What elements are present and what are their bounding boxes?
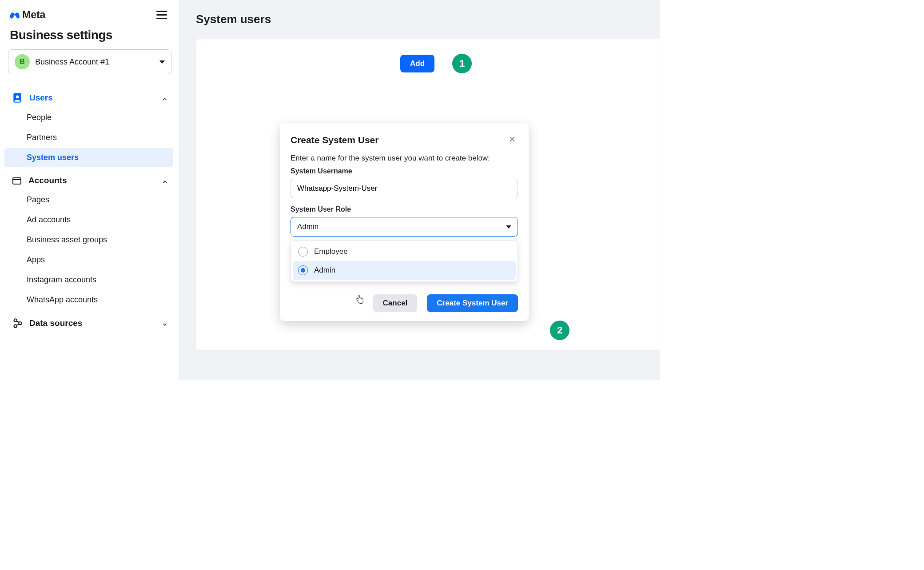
system-username-input[interactable] bbox=[291, 179, 518, 198]
role-dropdown: Employee Admin bbox=[291, 240, 518, 282]
brand-name: Meta bbox=[22, 9, 45, 21]
svg-rect-2 bbox=[13, 178, 21, 184]
nav-group-users-label: Users bbox=[29, 93, 53, 103]
role-selected-value: Admin bbox=[297, 222, 319, 231]
svg-point-3 bbox=[14, 319, 17, 322]
nav-group-data-sources-label: Data sources bbox=[29, 318, 82, 328]
caret-down-icon bbox=[506, 225, 511, 229]
chevron-up-icon bbox=[162, 95, 168, 101]
create-system-user-dialog: Create System User Enter a name for the … bbox=[280, 123, 529, 321]
account-avatar: B bbox=[15, 54, 30, 69]
meta-brand: Meta bbox=[10, 9, 45, 21]
nav-group-accounts-label: Accounts bbox=[28, 176, 67, 185]
dialog-title: Create System User bbox=[291, 135, 378, 145]
nav-group-accounts[interactable]: Accounts bbox=[6, 171, 173, 190]
radio-unchecked-icon bbox=[298, 247, 308, 257]
data-sources-icon bbox=[12, 317, 23, 329]
svg-point-1 bbox=[16, 96, 19, 99]
chevron-down-icon bbox=[162, 320, 168, 326]
page-title: System users bbox=[196, 12, 660, 26]
nav-item-people[interactable]: People bbox=[4, 108, 173, 127]
sidebar-title: Business settings bbox=[6, 25, 173, 49]
users-icon bbox=[12, 92, 23, 104]
dialog-intro: Enter a name for the system user you wan… bbox=[291, 154, 518, 163]
nav-item-pages[interactable]: Pages bbox=[4, 190, 173, 209]
nav-group-users[interactable]: Users bbox=[6, 88, 173, 108]
account-name: Business Account #1 bbox=[35, 57, 154, 67]
add-button[interactable]: Add bbox=[400, 55, 434, 72]
hamburger-menu-icon[interactable] bbox=[154, 8, 170, 22]
nav-item-partners[interactable]: Partners bbox=[4, 128, 173, 147]
step-badge-1: 1 bbox=[452, 54, 472, 73]
nav-item-instagram-accounts[interactable]: Instagram accounts bbox=[4, 270, 173, 289]
cancel-button[interactable]: Cancel bbox=[373, 294, 418, 312]
role-option-employee[interactable]: Employee bbox=[293, 242, 516, 261]
radio-checked-icon bbox=[298, 265, 308, 275]
role-option-label: Employee bbox=[314, 247, 348, 256]
meta-logo-icon bbox=[10, 10, 20, 20]
nav-group-data-sources[interactable]: Data sources bbox=[6, 313, 173, 333]
step-badge-2: 2 bbox=[550, 321, 570, 340]
role-option-admin[interactable]: Admin bbox=[293, 261, 516, 280]
chevron-up-icon bbox=[162, 177, 168, 184]
system-user-role-select[interactable]: Admin bbox=[291, 217, 518, 237]
accounts-icon bbox=[12, 175, 22, 186]
caret-down-icon bbox=[159, 60, 165, 64]
nav-item-apps[interactable]: Apps bbox=[4, 250, 173, 269]
account-selector[interactable]: B Business Account #1 bbox=[8, 49, 171, 74]
nav-item-whatsapp-accounts[interactable]: WhatsApp accounts bbox=[4, 290, 173, 309]
svg-point-4 bbox=[14, 325, 17, 328]
role-option-label: Admin bbox=[314, 266, 335, 275]
close-icon[interactable] bbox=[506, 132, 518, 148]
create-system-user-button[interactable]: Create System User bbox=[427, 294, 518, 312]
role-label: System User Role bbox=[291, 205, 518, 213]
nav-item-system-users[interactable]: System users bbox=[4, 148, 173, 167]
nav-item-ad-accounts[interactable]: Ad accounts bbox=[4, 210, 173, 229]
nav-item-business-asset-groups[interactable]: Business asset groups bbox=[4, 230, 173, 249]
sidebar: Meta Business settings B Business Accoun… bbox=[0, 0, 180, 380]
username-label: System Username bbox=[291, 167, 518, 175]
